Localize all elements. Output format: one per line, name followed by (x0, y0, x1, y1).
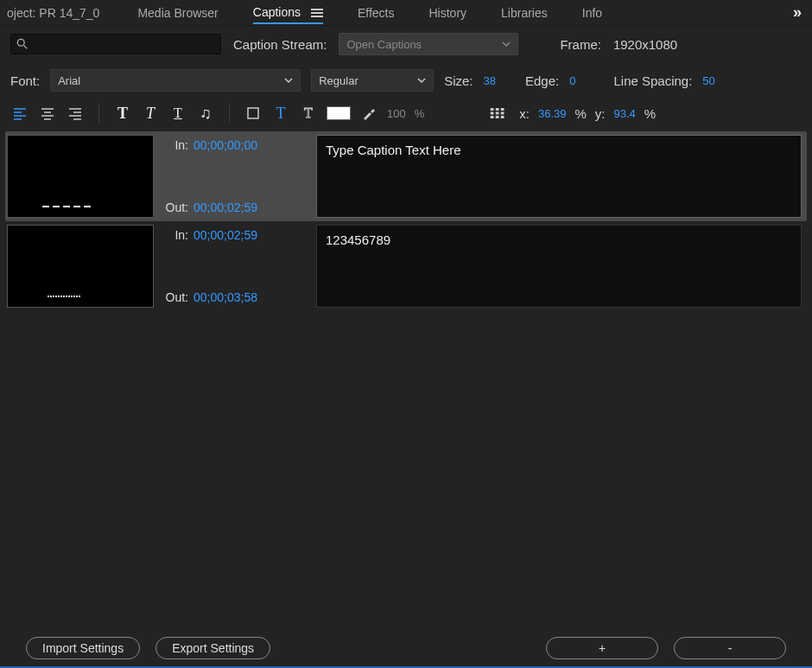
y-label: y: (595, 106, 606, 121)
outline-color-button[interactable]: T (299, 104, 318, 123)
position-grid-button[interactable] (485, 104, 511, 123)
add-caption-button[interactable]: + (546, 637, 658, 659)
tab-effects[interactable]: Effects (358, 3, 395, 23)
caption-text-input[interactable]: 123456789 (316, 225, 802, 308)
panel-menu-icon[interactable] (311, 9, 323, 17)
svg-rect-14 (248, 108, 258, 118)
italic-button[interactable]: T (141, 104, 160, 123)
svg-rect-16 (491, 108, 494, 111)
divider (98, 104, 99, 123)
format-toolbar: T T T ♫ T T 100 % x: 36.39 % y: 93.4 % (0, 99, 812, 131)
caption-row[interactable]: In:00;00;00;00 Out:00;00;02;59 Type Capt… (5, 131, 807, 221)
music-note-button[interactable]: ♫ (196, 104, 215, 123)
font-label: Font: (10, 73, 40, 88)
line-spacing-value[interactable]: 50 (702, 74, 714, 87)
tab-libraries[interactable]: Libraries (501, 3, 548, 23)
color-swatch[interactable] (327, 106, 351, 120)
panel-tabs: oject: PR 14_7_0 Media Browser Captions … (0, 0, 812, 26)
tab-captions-label: Captions (253, 5, 301, 19)
svg-rect-19 (491, 112, 494, 115)
eyedropper-button[interactable] (359, 104, 378, 123)
align-left-button[interactable] (10, 104, 29, 123)
divider (229, 104, 230, 123)
caption-list: In:00;00;00;00 Out:00;00;02;59 Type Capt… (0, 131, 812, 311)
align-right-button[interactable] (66, 104, 85, 123)
svg-text:T: T (304, 105, 313, 120)
svg-rect-24 (501, 116, 504, 118)
import-settings-button[interactable]: Import Settings (26, 637, 140, 659)
in-label: In: (161, 138, 188, 152)
in-value[interactable]: 00;00;00;00 (193, 138, 257, 152)
y-unit: % (644, 106, 656, 121)
in-label: In: (161, 228, 188, 242)
font-style-value: Regular (319, 74, 358, 87)
svg-point-0 (17, 39, 24, 46)
opacity-value[interactable]: 100 (387, 107, 406, 120)
text-color-button[interactable]: T (271, 104, 290, 123)
edge-value[interactable]: 0 (569, 74, 575, 87)
caption-row[interactable]: In:00;00;02;59 Out:00;00;03;58 123456789 (5, 221, 807, 311)
svg-rect-17 (496, 108, 499, 111)
in-value[interactable]: 00;00;02;59 (193, 228, 257, 242)
caption-stream-label: Caption Stream: (233, 37, 327, 52)
font-value: Arial (58, 74, 80, 87)
font-style-select[interactable]: Regular (311, 69, 434, 92)
tab-media-browser[interactable]: Media Browser (137, 3, 218, 23)
stream-row: Caption Stream: Open Captions Frame: 192… (0, 26, 812, 62)
size-label: Size: (444, 73, 473, 88)
font-select[interactable]: Arial (50, 69, 301, 92)
caption-stream-value: Open Captions (346, 38, 422, 51)
edge-label: Edge: (525, 73, 559, 88)
background-color-button[interactable] (244, 104, 263, 123)
footer: Import Settings Export Settings + - (0, 637, 812, 659)
remove-caption-button[interactable]: - (674, 637, 786, 659)
svg-rect-23 (496, 116, 499, 118)
x-label: x: (519, 106, 530, 121)
align-center-button[interactable] (38, 104, 57, 123)
svg-line-1 (24, 46, 28, 49)
out-label: Out: (161, 290, 188, 304)
caption-stream-select[interactable]: Open Captions (339, 33, 518, 55)
opacity-unit: % (415, 107, 425, 120)
font-row: Font: Arial Regular Size: 38 Edge: 0 Lin… (0, 62, 812, 99)
tab-info[interactable]: Info (582, 3, 602, 23)
frame-value: 1920x1080 (613, 37, 677, 52)
search-input[interactable] (10, 34, 221, 54)
x-value[interactable]: 36.39 (538, 107, 567, 120)
underline-button[interactable]: T (168, 104, 187, 123)
timecode-column: In:00;00;02;59 Out:00;00;03;58 (161, 225, 309, 308)
frame-label: Frame: (560, 37, 601, 52)
search-icon (16, 38, 29, 50)
chevron-down-icon (417, 74, 426, 87)
tabs-overflow-icon[interactable]: » (786, 3, 809, 22)
timecode-column: In:00;00;00;00 Out:00;00;02;59 (161, 135, 309, 218)
tab-captions[interactable]: Captions (253, 2, 323, 24)
tab-project[interactable]: oject: PR 14_7_0 (3, 6, 103, 20)
svg-rect-20 (496, 112, 499, 115)
x-unit: % (574, 106, 586, 121)
y-value[interactable]: 93.4 (614, 107, 636, 120)
chevron-down-icon (502, 38, 511, 51)
caption-thumbnail (7, 135, 154, 218)
line-spacing-label: Line Spacing: (613, 73, 692, 88)
bold-button[interactable]: T (113, 104, 132, 123)
tab-history[interactable]: History (428, 3, 466, 23)
svg-rect-21 (501, 112, 504, 115)
export-settings-button[interactable]: Export Settings (155, 637, 270, 659)
out-label: Out: (161, 200, 188, 214)
caption-text-input[interactable]: Type Caption Text Here (316, 135, 802, 218)
svg-rect-18 (501, 108, 504, 111)
out-value[interactable]: 00;00;02;59 (193, 200, 257, 214)
svg-rect-22 (491, 116, 494, 118)
chevron-down-icon (284, 74, 293, 87)
out-value[interactable]: 00;00;03;58 (193, 290, 257, 304)
size-value[interactable]: 38 (484, 74, 496, 87)
caption-thumbnail (7, 225, 154, 308)
